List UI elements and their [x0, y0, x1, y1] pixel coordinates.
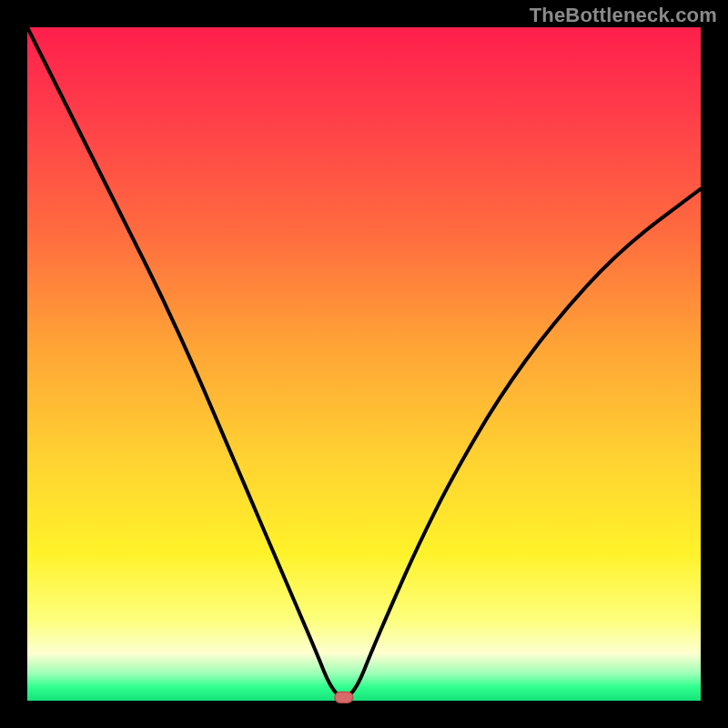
min-marker [335, 692, 353, 703]
chart-frame: TheBottleneck.com [0, 0, 728, 728]
plot-area [27, 27, 701, 701]
bottleneck-curve-path [27, 27, 701, 697]
curve-layer [27, 27, 701, 701]
watermark-text: TheBottleneck.com [530, 4, 717, 27]
